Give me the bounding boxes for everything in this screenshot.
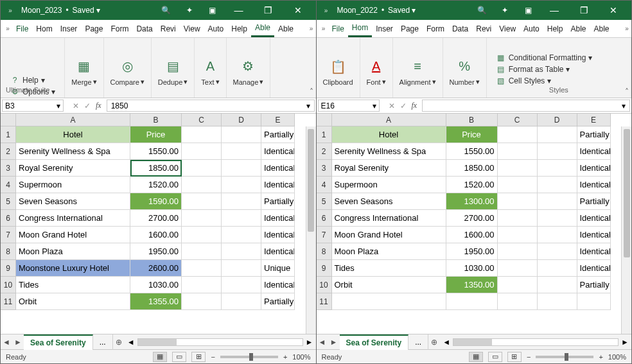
cell[interactable] — [222, 177, 261, 193]
cell-price[interactable]: 2700.00 — [446, 210, 498, 227]
minimize-button[interactable]: — — [541, 1, 567, 20]
clipboard-button[interactable]: 📋 Clipboard — [320, 55, 356, 86]
tab-auto[interactable]: Auto — [204, 20, 228, 37]
cell-hotel[interactable]: Moon Grand Hotel — [16, 227, 130, 243]
cell-price[interactable]: 1600.00 — [130, 227, 182, 243]
cell-price[interactable]: 1355.00 — [130, 293, 182, 310]
row-header[interactable]: 1 — [317, 126, 332, 143]
number-button[interactable]: % Number▾ — [447, 55, 482, 86]
cell-price[interactable]: 1850.00 — [130, 160, 182, 177]
titlebar-right[interactable]: » Moon_2022 • Saved ▾ 🔍 ✦ ▣ — ❐ ✕ — [317, 1, 632, 20]
cell[interactable] — [182, 227, 222, 243]
cell[interactable] — [182, 293, 222, 310]
row-header[interactable]: 8 — [317, 243, 332, 260]
cell-status[interactable]: Partially d — [261, 193, 295, 210]
cell-price[interactable]: 1550.00 — [130, 143, 182, 160]
cell-status[interactable]: Identical — [577, 227, 611, 243]
cell[interactable] — [222, 293, 261, 310]
tab-data[interactable]: Data — [132, 20, 156, 37]
vertical-scrollbar[interactable] — [306, 126, 316, 334]
cell[interactable] — [538, 243, 577, 260]
vertical-scrollbar[interactable] — [621, 126, 631, 334]
cancel-icon[interactable]: ✕ — [73, 101, 79, 110]
col-header-C[interactable]: C — [498, 114, 538, 126]
zoom-in-button[interactable]: + — [283, 353, 287, 361]
row-header[interactable]: 5 — [1, 193, 16, 210]
col-header-B[interactable]: B — [446, 114, 498, 126]
enter-icon[interactable]: ✓ — [84, 101, 91, 110]
tab-help[interactable]: Help — [543, 20, 567, 37]
row-header[interactable]: 9 — [1, 260, 16, 277]
cancel-icon[interactable]: ✕ — [389, 101, 395, 110]
row-header[interactable]: 3 — [1, 160, 16, 177]
cell-hotel[interactable]: Supermoon — [16, 177, 130, 193]
restore-button[interactable]: ❐ — [256, 1, 281, 20]
cell[interactable] — [538, 143, 577, 160]
fx-icon[interactable]: fx — [96, 101, 101, 110]
merge-button[interactable]: ▦ Merge▾ — [69, 55, 99, 86]
zoom-in-button[interactable]: + — [599, 353, 602, 361]
cell-status[interactable]: Identical — [577, 260, 611, 277]
text-button[interactable]: A Text▾ — [198, 55, 222, 86]
cell-status[interactable]: Identical — [261, 227, 295, 243]
cell-price[interactable] — [446, 293, 498, 310]
cell[interactable] — [182, 177, 222, 193]
cell[interactable] — [538, 293, 577, 310]
help-dropdown[interactable]: ? Help ▾ — [10, 76, 45, 85]
cell[interactable] — [182, 160, 222, 177]
row-header[interactable]: 4 — [317, 177, 332, 193]
cell[interactable] — [222, 260, 261, 277]
cell[interactable] — [182, 143, 222, 160]
cell-hotel[interactable]: Supermoon — [332, 177, 446, 193]
cell[interactable] — [182, 277, 222, 293]
tab-hom[interactable]: Hom — [348, 20, 372, 37]
cell-status[interactable]: Identical — [261, 143, 295, 160]
cell-status[interactable]: Partially d — [577, 193, 611, 210]
tab-revi[interactable]: Revi — [157, 20, 180, 37]
cell[interactable] — [538, 193, 577, 210]
row-header[interactable]: 5 — [317, 193, 332, 210]
cell-status[interactable]: Identical — [261, 243, 295, 260]
view-break-icon[interactable]: ⊞ — [507, 352, 522, 362]
sheet-tab-more[interactable]: ... — [93, 334, 113, 350]
row-header[interactable]: 2 — [317, 143, 332, 160]
cell[interactable] — [538, 277, 577, 293]
sheet-add-button[interactable]: ⊕ — [428, 338, 440, 347]
sheet-tab-active[interactable]: Sea of Serenity — [340, 334, 409, 350]
col-header-E[interactable]: E — [577, 114, 611, 126]
view-page-icon[interactable]: ▭ — [488, 352, 502, 362]
tab-page[interactable]: Page — [81, 20, 107, 37]
wand-icon[interactable]: ✦ — [180, 1, 199, 20]
cell[interactable] — [498, 227, 538, 243]
cell[interactable] — [498, 177, 538, 193]
cell[interactable]: Partially d — [261, 126, 295, 143]
zoom-slider[interactable] — [536, 356, 593, 358]
zoom-level[interactable]: 100% — [292, 353, 310, 361]
cell[interactable]: Partially — [577, 126, 611, 143]
wand-icon[interactable]: ✦ — [495, 1, 514, 20]
cell-status[interactable]: Identical — [261, 160, 295, 177]
saved-indicator[interactable]: Saved ▾ — [73, 6, 100, 15]
enter-icon[interactable]: ✓ — [400, 101, 407, 110]
col-header-D[interactable]: D — [222, 114, 261, 126]
cell-hotel[interactable]: Serenity Wellness & Spa — [332, 143, 446, 160]
cell[interactable] — [538, 160, 577, 177]
row-header[interactable]: 1 — [1, 126, 16, 143]
chevron-right-icon[interactable]: » — [322, 7, 331, 14]
cell[interactable] — [498, 293, 538, 310]
cell-price[interactable]: 1590.00 — [130, 193, 182, 210]
name-box[interactable]: B3 ▾ — [2, 100, 64, 112]
cell[interactable] — [498, 243, 538, 260]
cell-status[interactable]: Identical — [261, 277, 295, 293]
cell-hotel[interactable]: Royal Serenity — [16, 160, 130, 177]
cell-status[interactable]: Partially d — [261, 293, 295, 310]
row-header[interactable]: 6 — [1, 210, 16, 227]
cell[interactable] — [222, 210, 261, 227]
ribbon-collapse-icon[interactable]: ˄ — [310, 87, 313, 96]
alignment-button[interactable]: ≡ Alignment▾ — [397, 55, 439, 86]
tab-page[interactable]: Page — [397, 20, 423, 37]
cell[interactable] — [538, 177, 577, 193]
cell[interactable] — [222, 227, 261, 243]
cell-price[interactable]: 1300.00 — [446, 193, 498, 210]
cell-hotel[interactable] — [332, 293, 446, 310]
